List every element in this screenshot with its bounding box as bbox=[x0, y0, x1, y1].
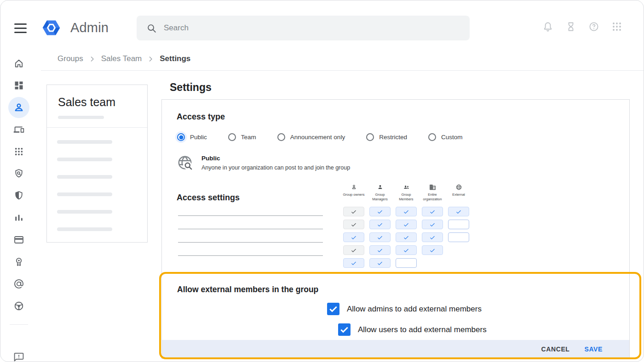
permission-row bbox=[343, 207, 469, 216]
external-checkbox-label: Allow admins to add external members bbox=[347, 305, 482, 314]
column-header-label: Group Managers bbox=[368, 192, 392, 202]
permission-checkbox[interactable] bbox=[369, 232, 391, 242]
search-bar[interactable] bbox=[137, 16, 470, 40]
sidebar-item-domains[interactable] bbox=[13, 278, 24, 289]
permission-checkbox[interactable] bbox=[343, 207, 364, 216]
external-checkbox-row[interactable]: Allow admins to add external members bbox=[327, 303, 482, 315]
permission-row bbox=[343, 220, 469, 229]
cancel-button[interactable]: CANCEL bbox=[541, 345, 570, 353]
permission-checkbox[interactable] bbox=[396, 245, 417, 255]
permission-row bbox=[343, 258, 469, 268]
permission-checkbox[interactable] bbox=[448, 207, 469, 216]
column-header-entire-organization: Entire organization bbox=[422, 184, 443, 202]
check-icon bbox=[429, 234, 436, 241]
permission-checkbox[interactable] bbox=[343, 258, 364, 268]
sidebar-item-home[interactable] bbox=[13, 58, 24, 69]
feedback-icon bbox=[13, 351, 24, 362]
dashboard-icon bbox=[13, 80, 24, 91]
permission-checkbox[interactable] bbox=[448, 232, 469, 242]
radio-label: Team bbox=[241, 134, 256, 141]
permission-checkbox[interactable] bbox=[369, 258, 391, 268]
permission-row bbox=[343, 232, 469, 242]
permission-checkbox[interactable] bbox=[396, 220, 417, 229]
sidebar-item-devices[interactable] bbox=[13, 124, 24, 135]
permission-checkbox[interactable] bbox=[396, 232, 417, 242]
group-panel-divider bbox=[47, 127, 147, 128]
globe-icon bbox=[455, 184, 462, 191]
setting-row-placeholder bbox=[178, 242, 323, 243]
setting-row-placeholder bbox=[178, 215, 323, 216]
checked-checkbox-icon[interactable] bbox=[338, 323, 351, 336]
radio-custom[interactable]: Custom bbox=[428, 133, 463, 141]
external-checkbox-row[interactable]: Allow users to add external members bbox=[338, 323, 487, 336]
chevron-right-icon bbox=[88, 55, 96, 63]
permission-checkbox[interactable] bbox=[396, 258, 417, 268]
sidebar-item-rules[interactable] bbox=[13, 300, 24, 311]
access-type-heading: Access type bbox=[177, 112, 225, 122]
breadcrumb-item-groups[interactable]: Groups bbox=[58, 54, 83, 63]
permission-checkbox[interactable] bbox=[369, 207, 391, 216]
check-icon bbox=[403, 247, 409, 254]
sidebar-item-dashboard[interactable] bbox=[13, 80, 24, 91]
at-sign-icon bbox=[13, 278, 24, 289]
radio-announcement-only[interactable]: Announcement only bbox=[277, 133, 345, 141]
radio-label: Custom bbox=[441, 134, 463, 141]
permission-checkbox[interactable] bbox=[369, 245, 391, 255]
radio-restricted[interactable]: Restricted bbox=[366, 133, 407, 141]
group-subtitle-skeleton bbox=[58, 116, 104, 119]
access-type-info: Public Anyone in your organization can p… bbox=[176, 154, 350, 172]
search-input[interactable] bbox=[164, 23, 470, 33]
sidebar-item-compliance[interactable] bbox=[13, 190, 24, 201]
bar-chart-icon bbox=[13, 212, 24, 223]
sidebar-item-feedback[interactable] bbox=[13, 351, 24, 362]
settings-footer: CANCEL SAVE bbox=[162, 340, 629, 358]
permission-checkbox[interactable] bbox=[422, 232, 443, 242]
people-icon bbox=[403, 184, 410, 191]
help-icon[interactable] bbox=[588, 21, 599, 32]
globe-search-icon bbox=[176, 154, 195, 172]
checked-checkbox-icon[interactable] bbox=[327, 303, 339, 315]
permission-checkbox[interactable] bbox=[343, 232, 364, 242]
skeleton-line bbox=[57, 175, 112, 179]
access-type-selected-description: Anyone in your organization can post to … bbox=[201, 164, 350, 171]
check-icon bbox=[351, 260, 357, 266]
radio-team[interactable]: Team bbox=[228, 133, 256, 141]
menu-hamburger-icon[interactable] bbox=[14, 23, 27, 34]
check-icon bbox=[351, 247, 357, 254]
save-button[interactable]: SAVE bbox=[585, 345, 603, 353]
tasks-icon[interactable] bbox=[565, 21, 576, 32]
permission-checkbox[interactable] bbox=[422, 245, 443, 255]
setting-row-placeholder bbox=[178, 255, 323, 256]
notifications-icon[interactable] bbox=[542, 21, 553, 32]
external-members-heading: Allow external members in the group bbox=[177, 285, 318, 294]
sidebar-item-certificates[interactable] bbox=[13, 256, 24, 267]
setting-row-placeholder bbox=[178, 229, 323, 229]
radio-label: Public bbox=[190, 134, 207, 141]
check-icon bbox=[377, 260, 383, 266]
permission-checkbox[interactable] bbox=[396, 207, 417, 216]
sidebar-item-directory[interactable] bbox=[13, 102, 24, 113]
apps-icon[interactable] bbox=[611, 21, 622, 32]
breadcrumb-divider bbox=[41, 70, 644, 71]
organization-icon bbox=[429, 184, 436, 191]
check-icon bbox=[455, 209, 462, 215]
column-header-group-managers: Group Managers bbox=[369, 184, 391, 202]
permission-checkbox[interactable] bbox=[369, 220, 391, 229]
sidebar-item-billing[interactable] bbox=[13, 234, 24, 245]
permission-checkbox[interactable] bbox=[343, 220, 364, 229]
person-outline-icon bbox=[351, 184, 357, 191]
permission-checkbox[interactable] bbox=[448, 220, 469, 229]
check-icon bbox=[377, 209, 383, 215]
radio-public[interactable]: Public bbox=[177, 133, 207, 141]
sidebar-item-apps[interactable] bbox=[13, 146, 24, 157]
permission-checkbox[interactable] bbox=[422, 207, 443, 216]
permission-checkbox[interactable] bbox=[343, 245, 364, 255]
permissions-table: Group ownersGroup ManagersGroup MembersE… bbox=[343, 184, 469, 268]
permission-checkbox[interactable] bbox=[422, 220, 443, 229]
sidebar-item-security[interactable] bbox=[13, 168, 24, 179]
radio-circle-icon bbox=[428, 133, 436, 141]
breadcrumb: GroupsSales TeamSettings bbox=[58, 54, 190, 63]
radio-label: Announcement only bbox=[290, 134, 345, 141]
breadcrumb-item-sales-team[interactable]: Sales Team bbox=[101, 54, 142, 63]
sidebar-item-reporting[interactable] bbox=[13, 212, 24, 223]
